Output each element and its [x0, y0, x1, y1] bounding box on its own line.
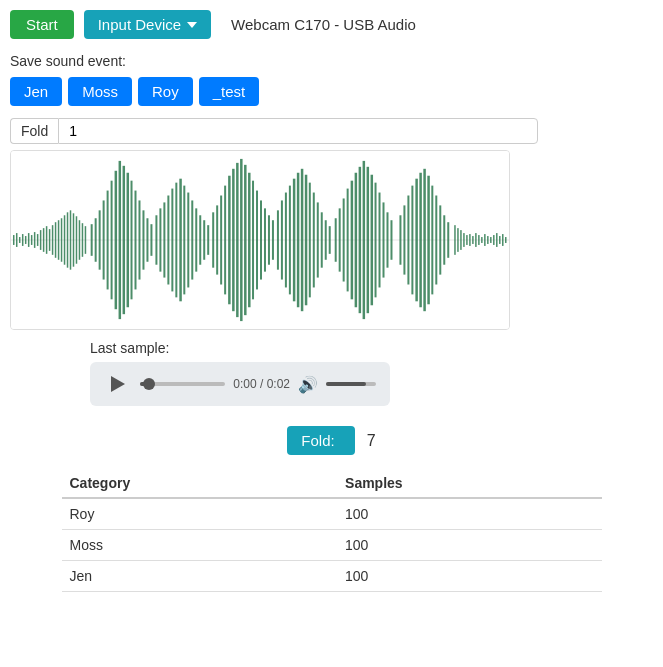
svg-rect-68	[256, 191, 258, 290]
row-category-roy: Roy	[62, 498, 338, 530]
svg-rect-44	[159, 208, 161, 271]
fold-input[interactable]	[58, 118, 538, 144]
svg-rect-129	[496, 233, 497, 247]
svg-rect-77	[293, 179, 295, 302]
svg-rect-4	[19, 237, 20, 243]
play-button[interactable]	[104, 370, 132, 398]
svg-rect-34	[119, 161, 121, 319]
svg-rect-39	[138, 200, 140, 279]
svg-rect-131	[502, 234, 503, 246]
svg-rect-123	[478, 235, 479, 245]
svg-rect-67	[252, 181, 254, 300]
svg-rect-100	[386, 212, 388, 267]
svg-rect-98	[379, 193, 381, 288]
svg-rect-132	[505, 237, 506, 243]
svg-rect-121	[472, 236, 473, 244]
svg-rect-119	[466, 235, 467, 245]
svg-rect-125	[484, 234, 485, 246]
row-samples-jen: 100	[337, 561, 601, 592]
svg-rect-79	[301, 169, 303, 311]
chevron-down-icon	[187, 22, 197, 28]
svg-rect-35	[123, 166, 125, 314]
svg-rect-80	[305, 175, 307, 306]
category-test-button[interactable]: _test	[199, 77, 260, 106]
svg-rect-99	[383, 202, 385, 277]
svg-rect-91	[351, 181, 353, 300]
svg-rect-14	[49, 229, 50, 251]
volume-slider[interactable]	[326, 382, 376, 386]
start-button[interactable]: Start	[10, 10, 74, 39]
last-sample-label: Last sample:	[90, 340, 653, 356]
progress-thumb	[143, 378, 155, 390]
svg-rect-26	[85, 226, 86, 254]
svg-rect-16	[55, 222, 56, 258]
svg-rect-55	[203, 220, 205, 260]
svg-rect-25	[82, 223, 83, 257]
volume-icon[interactable]: 🔊	[298, 375, 318, 394]
svg-rect-24	[79, 220, 80, 260]
svg-rect-85	[325, 220, 327, 260]
svg-rect-17	[58, 220, 59, 260]
svg-rect-72	[272, 220, 274, 260]
svg-rect-78	[297, 173, 299, 307]
svg-rect-7	[28, 233, 29, 247]
svg-rect-30	[103, 200, 105, 279]
svg-rect-60	[224, 186, 226, 295]
svg-rect-50	[183, 186, 185, 295]
svg-rect-70	[264, 208, 266, 271]
svg-rect-128	[493, 235, 494, 245]
category-roy-button[interactable]: Roy	[138, 77, 193, 106]
svg-rect-23	[76, 216, 77, 263]
svg-rect-94	[363, 161, 365, 319]
svg-rect-73	[277, 210, 279, 269]
svg-rect-76	[289, 186, 291, 295]
svg-rect-97	[375, 183, 377, 298]
svg-rect-29	[99, 210, 101, 269]
fold-select-row: Fold: 7	[10, 426, 653, 455]
svg-rect-87	[335, 218, 337, 262]
svg-rect-22	[73, 213, 74, 266]
svg-rect-9	[34, 232, 35, 248]
svg-rect-64	[240, 159, 242, 321]
svg-rect-122	[475, 233, 476, 247]
svg-rect-37	[131, 181, 133, 300]
progress-bar[interactable]	[140, 382, 225, 386]
svg-rect-5	[22, 234, 23, 246]
svg-rect-46	[167, 196, 169, 285]
svg-rect-56	[207, 225, 209, 255]
play-icon	[111, 376, 125, 392]
svg-rect-84	[321, 212, 323, 267]
svg-rect-71	[268, 215, 270, 264]
svg-rect-95	[367, 167, 369, 313]
category-buttons: Jen Moss Roy _test	[10, 77, 653, 106]
fold-dropdown-button[interactable]: Fold:	[287, 426, 354, 455]
audio-player: 0:00 / 0:02 🔊	[90, 362, 390, 406]
time-total: 0:02	[267, 377, 290, 391]
svg-rect-102	[399, 215, 401, 264]
svg-rect-2	[13, 235, 14, 245]
svg-rect-13	[46, 226, 47, 254]
svg-rect-53	[195, 208, 197, 271]
svg-rect-59	[220, 196, 222, 285]
svg-rect-15	[52, 225, 53, 255]
fold-dropdown-label: Fold:	[301, 432, 334, 449]
svg-rect-90	[347, 189, 349, 292]
category-jen-button[interactable]: Jen	[10, 77, 62, 106]
fold-label: Fold	[10, 118, 58, 144]
svg-rect-69	[260, 200, 262, 279]
svg-rect-114	[447, 222, 449, 258]
category-moss-button[interactable]: Moss	[68, 77, 132, 106]
row-category-jen: Jen	[62, 561, 338, 592]
table-header-samples: Samples	[337, 469, 601, 498]
svg-rect-104	[407, 196, 409, 285]
svg-rect-47	[171, 189, 173, 292]
svg-rect-115	[454, 225, 455, 255]
svg-rect-32	[111, 181, 113, 300]
svg-rect-108	[423, 169, 425, 311]
svg-rect-31	[107, 191, 109, 290]
input-device-button[interactable]: Input Device	[84, 10, 211, 39]
svg-rect-18	[61, 218, 62, 262]
svg-rect-93	[359, 167, 361, 313]
svg-rect-3	[16, 233, 17, 247]
table-row: Moss 100	[62, 530, 602, 561]
